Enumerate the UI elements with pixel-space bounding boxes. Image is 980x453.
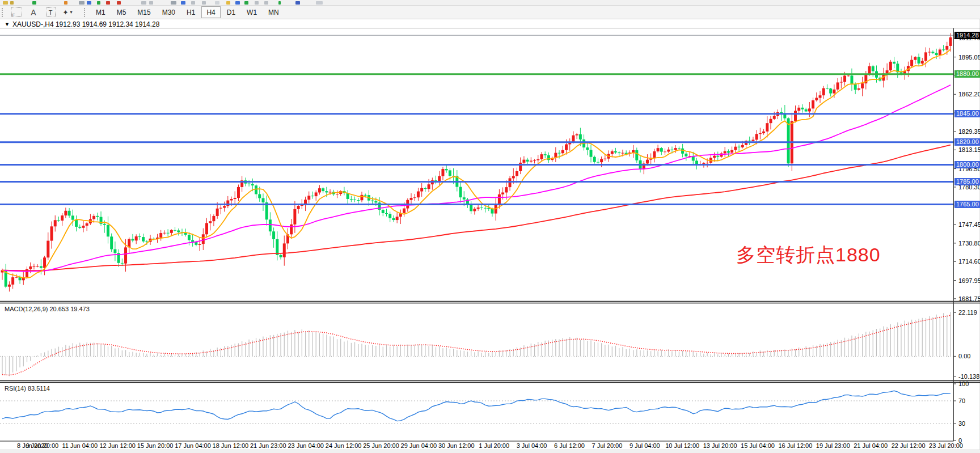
timeframe-button-m5[interactable]: M5 bbox=[112, 6, 132, 18]
clipped-toolbar-icon[interactable] bbox=[171, 1, 176, 5]
time-axis-label: 19 Jul 23:00 bbox=[816, 442, 850, 449]
clipped-toolbar-icon[interactable] bbox=[202, 1, 206, 5]
chart-annotation-text[interactable]: 多空转折点1880 bbox=[736, 242, 881, 268]
text-tool-icon: A bbox=[31, 8, 36, 17]
clipped-toolbar-icon[interactable] bbox=[181, 1, 185, 5]
time-axis-label: 15 Jun 20:00 bbox=[137, 442, 174, 449]
time-axis-label: 15 Jul 04:00 bbox=[741, 442, 775, 449]
time-axis-label: 24 Jun 12:00 bbox=[326, 442, 362, 449]
time-axis-label: 1 Jul 20:00 bbox=[479, 442, 509, 449]
macd-axis-label: -10.138 bbox=[958, 373, 979, 380]
time-axis-label: 13 Jul 20:00 bbox=[703, 442, 737, 449]
rsi-axis-label: 70 bbox=[958, 397, 965, 404]
macd-indicator-label: MACD(12,26,9) 20.653 19.473 bbox=[5, 306, 90, 312]
clipped-toolbar-icon[interactable] bbox=[3, 1, 8, 5]
price-axis-tick-label: 1813.15 bbox=[958, 146, 980, 153]
chart-toolbar: F A T ✦ ▾ M1M5M15M30H1H4D1W1MN bbox=[0, 6, 980, 19]
clipped-toolbar-icon[interactable] bbox=[226, 1, 230, 5]
price-axis-tick-label: 1697.95 bbox=[958, 277, 980, 284]
label-tool-icon: T bbox=[46, 7, 56, 17]
time-axis-label: 29 Jun 04:00 bbox=[401, 442, 437, 449]
toolbar-grip[interactable] bbox=[2, 8, 5, 17]
time-axis-label: 21 Jul 04:00 bbox=[854, 442, 888, 449]
timeframe-button-h1[interactable]: H1 bbox=[181, 6, 200, 18]
symbol-collapse-icon[interactable]: ▼ bbox=[5, 22, 10, 27]
macd-signal-line bbox=[2, 315, 951, 375]
current-price-label: 1914.28 bbox=[954, 32, 980, 39]
time-axis-label: 9 Jun 20:00 bbox=[26, 442, 59, 449]
price-axis-tick-label: 1714.60 bbox=[958, 258, 980, 265]
macd-axis-label: 0.00 bbox=[958, 353, 970, 359]
clipped-toolbar-icon[interactable] bbox=[32, 1, 36, 5]
clipped-toolbar-icon[interactable] bbox=[244, 1, 248, 5]
clipped-toolbar-icon[interactable] bbox=[235, 1, 240, 5]
time-axis-label: 21 Jun 23:00 bbox=[250, 442, 286, 449]
price-axis-tick-label: 1730.80 bbox=[958, 240, 980, 247]
price-axis-tick-label: 1681.75 bbox=[958, 295, 980, 302]
clipped-toolbar-icon[interactable] bbox=[255, 1, 259, 5]
timeframe-button-m1[interactable]: M1 bbox=[91, 6, 111, 18]
timeframe-button-m15[interactable]: M15 bbox=[132, 6, 155, 18]
level-price-label-1880: 1880.00 bbox=[954, 70, 980, 78]
status-strip bbox=[0, 450, 980, 453]
time-axis-label: 25 Jun 20:00 bbox=[363, 442, 399, 449]
price-axis-tick-label: 1829.35 bbox=[958, 128, 980, 135]
clipped-toolbar-icon[interactable] bbox=[149, 1, 153, 5]
fibonacci-tool-button[interactable]: F bbox=[9, 6, 24, 19]
chart-title-ohlc: XAUUSD-,H4 1912.93 1914.69 1912.34 1914.… bbox=[12, 20, 160, 28]
clipped-toolbar-icon[interactable] bbox=[141, 1, 146, 5]
shapes-tool-button[interactable]: ✦ ▾ bbox=[60, 6, 75, 19]
label-tool-button[interactable]: T bbox=[43, 6, 58, 19]
time-axis-label: 30 Jun 12:00 bbox=[438, 442, 475, 449]
fibonacci-grid-icon: F bbox=[11, 7, 22, 17]
toolbar-grip[interactable] bbox=[84, 8, 87, 17]
rsi-axis-label: 30 bbox=[958, 420, 965, 427]
time-axis-label: 9 Jul 04:00 bbox=[630, 442, 660, 449]
level-price-label-1765: 1765.00 bbox=[954, 201, 980, 208]
timeframe-bar: M1M5M15M30H1H4D1W1MN bbox=[90, 6, 285, 18]
clipped-toolbar-icon[interactable] bbox=[117, 1, 121, 5]
mt4-window: F A T ✦ ▾ M1M5M15M30H1H4D1W1MN ▼XAUUSD-,… bbox=[0, 0, 980, 453]
time-axis-label: 10 Jul 12:00 bbox=[665, 442, 699, 449]
time-axis-label: 12 Jun 12:00 bbox=[99, 442, 136, 449]
price-axis-tick-label: 1862.20 bbox=[958, 91, 980, 98]
time-axis-label: 7 Jul 20:00 bbox=[592, 442, 622, 449]
timeframe-button-m30[interactable]: M30 bbox=[157, 6, 180, 18]
level-price-label-1785: 1785.00 bbox=[954, 178, 980, 185]
time-axis-label: 16 Jul 12:00 bbox=[778, 442, 812, 449]
clipped-toolbar-icon[interactable] bbox=[278, 1, 281, 5]
timeframe-button-d1[interactable]: D1 bbox=[222, 6, 240, 18]
toolbar-top-row-clipped bbox=[0, 0, 980, 6]
clipped-toolbar-icon[interactable] bbox=[10, 1, 14, 5]
time-axis-label: 23 Jul 20:00 bbox=[929, 442, 963, 449]
text-tool-button[interactable]: A bbox=[26, 6, 41, 19]
clipped-toolbar-icon[interactable] bbox=[64, 1, 67, 5]
macd-histogram bbox=[2, 312, 951, 376]
clipped-toolbar-icon[interactable] bbox=[97, 1, 100, 5]
time-axis-label: 3 Jul 04:00 bbox=[517, 442, 547, 449]
level-price-label-1800: 1800.00 bbox=[954, 161, 980, 168]
clipped-toolbar-icon[interactable] bbox=[316, 1, 323, 5]
time-axis-label: 18 Jun 12:00 bbox=[213, 442, 249, 449]
clipped-toolbar-icon[interactable] bbox=[215, 1, 219, 5]
rsi-line bbox=[2, 391, 951, 421]
clipped-toolbar-icon[interactable] bbox=[191, 1, 195, 5]
level-price-label-1845: 1845.00 bbox=[954, 110, 980, 117]
clipped-toolbar-icon[interactable] bbox=[87, 1, 91, 5]
clipped-toolbar-icon[interactable] bbox=[264, 1, 268, 5]
time-axis-label: 6 Jul 12:00 bbox=[554, 442, 585, 449]
price-axis-tick-label: 1747.45 bbox=[958, 221, 980, 228]
rsi-axis-label: 100 bbox=[958, 380, 969, 387]
clipped-toolbar-icon[interactable] bbox=[295, 1, 300, 5]
clipped-toolbar-icon[interactable] bbox=[79, 1, 85, 5]
timeframe-button-h4[interactable]: H4 bbox=[201, 6, 220, 18]
price-axis-tick-label: 1895.05 bbox=[958, 54, 980, 61]
macd-axis-label: 22.119 bbox=[958, 309, 977, 316]
timeframe-button-w1[interactable]: W1 bbox=[242, 6, 262, 18]
timeframe-button-mn[interactable]: MN bbox=[263, 6, 284, 18]
time-axis-label: 22 Jul 12:00 bbox=[892, 442, 926, 449]
chart-canvas[interactable]: 1911.701895.051878.851862.201845.801829.… bbox=[0, 0, 980, 453]
time-axis-label: 11 Jun 04:00 bbox=[62, 442, 98, 449]
clipped-toolbar-icon[interactable] bbox=[106, 1, 110, 5]
fibonacci-icon-letter: F bbox=[12, 12, 15, 18]
